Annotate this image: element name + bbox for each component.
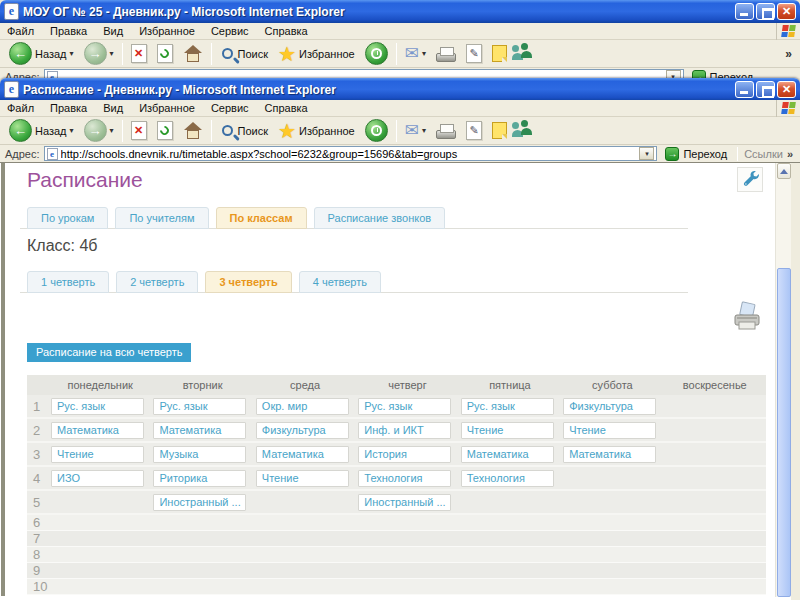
lesson-cell[interactable]: Математика — [563, 446, 656, 463]
lesson-cell[interactable]: Музыка — [153, 446, 246, 463]
lesson-cell[interactable]: История — [358, 446, 451, 463]
tab-active[interactable]: 3 четверть — [205, 271, 291, 293]
menu-item[interactable]: Вид — [103, 102, 123, 114]
notes-button[interactable] — [487, 118, 512, 144]
messenger-button[interactable] — [512, 120, 538, 142]
mail-button[interactable]: ✉ ▾ — [400, 118, 431, 144]
mail-button[interactable]: ✉ ▾ — [400, 41, 431, 67]
lesson-cell[interactable]: Математика — [256, 446, 349, 463]
tab-item[interactable]: 4 четверть — [299, 271, 381, 293]
back-dropdown-icon[interactable]: ▾ — [70, 49, 74, 58]
lesson-cell[interactable]: Инф. и ИКТ — [358, 422, 451, 439]
menu-item[interactable]: Вид — [103, 25, 123, 37]
lesson-cell[interactable]: ИЗО — [51, 470, 144, 487]
go-button[interactable]: → Переход — [688, 70, 758, 79]
notes-button[interactable] — [487, 41, 512, 67]
address-input[interactable]: e http://schools.dnevnik.ru/timetable.as… — [44, 146, 658, 161]
menu-item[interactable]: Правка — [50, 102, 87, 114]
back-window-titlebar[interactable]: e МОУ ОГ № 25 - Дневник.ру - Microsoft I… — [0, 0, 800, 23]
tab-active[interactable]: По классам — [216, 207, 307, 229]
menu-item[interactable]: Избранное — [139, 25, 195, 37]
stop-button[interactable]: ✕ — [126, 118, 152, 144]
links-chevron-icon[interactable]: » — [787, 148, 795, 160]
address-input[interactable]: e ▾ — [44, 69, 684, 78]
vertical-scrollbar[interactable] — [775, 163, 791, 597]
edit-button[interactable]: ✎ — [461, 118, 487, 144]
print-button[interactable] — [431, 41, 461, 67]
refresh-button[interactable] — [152, 118, 178, 144]
back-button[interactable]: ← Назад ▾ — [4, 118, 79, 144]
lesson-cell[interactable]: Чтение — [256, 470, 349, 487]
lesson-cell[interactable]: Чтение — [563, 422, 656, 439]
lesson-cell[interactable]: Физкультура — [256, 422, 349, 439]
restore-button[interactable] — [756, 81, 775, 98]
lesson-cell[interactable]: Технология — [461, 470, 554, 487]
tab-item[interactable]: По урокам — [27, 207, 108, 229]
menu-item[interactable]: Сервис — [211, 25, 249, 37]
history-button[interactable] — [360, 118, 393, 144]
lesson-cell[interactable]: Иностранный ... — [153, 494, 246, 511]
close-button[interactable]: ✕ — [777, 3, 796, 20]
back-dropdown-icon[interactable]: ▾ — [70, 126, 74, 135]
menu-item[interactable]: Файл — [7, 25, 34, 37]
lesson-cell[interactable]: Чтение — [51, 446, 144, 463]
messenger-button[interactable] — [512, 43, 538, 65]
lesson-cell[interactable]: Физкультура — [563, 398, 656, 415]
toolbar-overflow-chevron[interactable]: » — [785, 47, 796, 61]
menu-item[interactable]: Сервис — [211, 102, 249, 114]
mail-dropdown-icon[interactable]: ▾ — [422, 126, 426, 135]
lesson-cell[interactable]: Рус. язык — [358, 398, 451, 415]
front-window-titlebar[interactable]: e Расписание - Дневник.ру - Microsoft In… — [0, 78, 800, 101]
lesson-cell[interactable]: Иностранный ... — [358, 494, 451, 511]
search-button[interactable]: Поиск — [215, 118, 273, 144]
lesson-cell[interactable]: Математика — [461, 446, 554, 463]
full-quarter-schedule-button[interactable]: Расписание на всю четверть — [27, 343, 191, 362]
back-button[interactable]: ← Назад ▾ — [4, 41, 79, 67]
lesson-cell[interactable]: Математика — [153, 422, 246, 439]
scrollbar-thumb[interactable] — [777, 268, 791, 597]
lesson-cell[interactable]: Окр. мир — [256, 398, 349, 415]
minimize-button[interactable] — [735, 3, 754, 20]
menu-item[interactable]: Справка — [265, 25, 308, 37]
address-dropdown[interactable]: ▾ — [666, 70, 681, 78]
menu-item[interactable]: Файл — [7, 102, 34, 114]
forward-button[interactable]: → ▾ — [79, 41, 119, 67]
close-button[interactable]: ✕ — [777, 81, 796, 98]
favorites-button[interactable]: ★ Избранное — [273, 41, 360, 67]
refresh-button[interactable] — [152, 41, 178, 67]
back-label: Назад — [35, 125, 67, 137]
tab-item[interactable]: По учителям — [115, 207, 208, 229]
home-button[interactable] — [178, 41, 208, 67]
history-button[interactable] — [360, 41, 393, 67]
favorites-button[interactable]: ★ Избранное — [273, 118, 360, 144]
menu-item[interactable]: Правка — [50, 25, 87, 37]
lesson-cell[interactable]: Рус. язык — [461, 398, 554, 415]
menu-item[interactable]: Справка — [265, 102, 308, 114]
tab-item[interactable]: 1 четверть — [27, 271, 109, 293]
settings-button[interactable] — [737, 167, 763, 192]
stop-button[interactable]: ✕ — [126, 41, 152, 67]
lesson-cell[interactable]: Технология — [358, 470, 451, 487]
forward-dropdown-icon[interactable]: ▾ — [110, 126, 114, 135]
lesson-cell[interactable]: Чтение — [461, 422, 554, 439]
go-button[interactable]: → Переход — [661, 147, 731, 161]
forward-dropdown-icon[interactable]: ▾ — [110, 49, 114, 58]
restore-button[interactable] — [756, 3, 775, 20]
home-button[interactable] — [178, 118, 208, 144]
menu-item[interactable]: Избранное — [139, 102, 195, 114]
lesson-cell[interactable]: Риторика — [153, 470, 246, 487]
print-page-button[interactable] — [731, 301, 763, 333]
lesson-cell[interactable]: Математика — [51, 422, 144, 439]
forward-button[interactable]: → ▾ — [79, 118, 119, 144]
edit-button[interactable]: ✎ — [461, 41, 487, 67]
print-button[interactable] — [431, 118, 461, 144]
mail-dropdown-icon[interactable]: ▾ — [422, 49, 426, 58]
lesson-cell[interactable]: Рус. язык — [153, 398, 246, 415]
minimize-button[interactable] — [735, 81, 754, 98]
address-dropdown[interactable]: ▾ — [639, 147, 654, 160]
scroll-up-button[interactable] — [777, 163, 791, 179]
tab-item[interactable]: 2 четверть — [116, 271, 198, 293]
search-button[interactable]: Поиск — [215, 41, 273, 67]
lesson-cell[interactable]: Рус. язык — [51, 398, 144, 415]
tab-item[interactable]: Расписание звонков — [314, 207, 446, 229]
